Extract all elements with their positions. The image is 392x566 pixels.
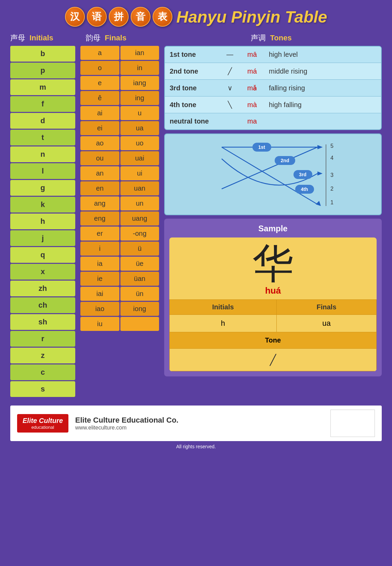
initials-label: 声母 Initials xyxy=(10,33,79,43)
sample-character: 华 xyxy=(169,237,377,285)
rights-text: All rights reserved. xyxy=(10,444,382,449)
final-cell: ing xyxy=(120,91,159,105)
chinese-circle: 拼 xyxy=(109,7,129,27)
final-cell: e xyxy=(80,76,119,90)
final-cell: uo xyxy=(120,136,159,150)
section-labels: 声母 Initials 韵母 Finals 声调 Tones xyxy=(10,33,382,43)
sample-title: Sample xyxy=(169,224,377,233)
final-cell: ün xyxy=(120,287,159,301)
sample-final-value: ua xyxy=(276,315,376,332)
final-cell: u xyxy=(120,106,159,120)
tone-example: má xyxy=(240,63,264,80)
tone-name: 2nd tone xyxy=(165,63,220,80)
company-name: Elite Culture Educational Co. xyxy=(75,416,324,425)
initials-header: Initials xyxy=(170,300,277,315)
initial-cell: n xyxy=(10,146,75,162)
tone-description xyxy=(264,113,381,130)
tone-name: 1st tone xyxy=(165,47,220,63)
svg-text:2: 2 xyxy=(330,186,334,192)
chinese-circle: 音 xyxy=(131,7,151,27)
chinese-circle: 汉 xyxy=(65,7,85,27)
initial-cell: q xyxy=(10,247,75,263)
final-cell: ao xyxy=(80,136,119,150)
final-cell: iong xyxy=(120,302,159,316)
svg-text:3rd: 3rd xyxy=(299,172,306,177)
finals-header: Finals xyxy=(276,300,376,315)
final-cell: eng xyxy=(80,211,119,226)
final-cell: o xyxy=(80,61,119,75)
initial-cell: b xyxy=(10,46,75,62)
initial-cell: p xyxy=(10,63,75,78)
tone-example: ma xyxy=(240,113,264,130)
sample-card: 华 huá Initials Finals h ua Tone xyxy=(169,237,377,371)
finals-section: aoeêaieiaoouanenangengeriiaieiaiiaoiu ia… xyxy=(80,46,159,331)
initial-cell: g xyxy=(10,180,75,196)
footer-logo: Elite Culture educational xyxy=(17,414,68,433)
initial-cell: m xyxy=(10,79,75,95)
tone-name: 4th tone xyxy=(165,97,220,113)
page-title: Hanyu Pinyin Table xyxy=(177,8,327,26)
final-cell: un xyxy=(120,196,159,210)
tone-mark xyxy=(220,113,240,130)
tone-mark: ╱ xyxy=(220,63,240,80)
sample-initial-value: h xyxy=(170,315,277,332)
final-cell: uang xyxy=(120,211,159,226)
chinese-circle: 表 xyxy=(153,7,172,27)
initial-cell: f xyxy=(10,96,75,112)
final-cell: iang xyxy=(120,76,159,90)
tone-mark: — xyxy=(220,47,240,63)
tone-mark: ∨ xyxy=(220,80,240,97)
tone-example: mǎ xyxy=(240,80,264,97)
tone-row: 4th tone╲màhigh falling xyxy=(165,97,381,113)
final-cell: er xyxy=(80,227,119,241)
website: www.eliteculture.com xyxy=(75,425,324,431)
chinese-title: 汉语拼音表 xyxy=(65,7,172,27)
svg-line-10 xyxy=(222,147,317,189)
final-cell: ui xyxy=(120,166,159,180)
sample-tone-mark: ╱ xyxy=(170,349,377,371)
final-cell: en xyxy=(80,181,119,195)
final-cell: -ong xyxy=(120,227,159,241)
tone-example: mā xyxy=(240,47,264,63)
tone-chart-svg: 5 4 3 2 1 1st xyxy=(211,141,335,209)
final-cell: ou xyxy=(80,151,119,165)
sample-pinyin: huá xyxy=(169,285,377,299)
tone-description: falling rising xyxy=(264,80,381,97)
final-cell: ie xyxy=(80,272,119,286)
svg-text:1st: 1st xyxy=(258,144,265,150)
tone-name: 3rd tone xyxy=(165,80,220,97)
final-cell: iu xyxy=(80,317,119,331)
svg-text:2nd: 2nd xyxy=(281,158,289,163)
final-cell-empty xyxy=(120,317,159,331)
sample-section: Sample 华 huá Initials Finals h ua xyxy=(164,219,382,376)
tone-row: 3rd tone∨mǎfalling rising xyxy=(165,80,381,97)
finals-label: 韵母 Finals xyxy=(79,33,161,43)
initial-cell: k xyxy=(10,197,75,213)
svg-marker-11 xyxy=(317,145,323,149)
finals-col-1: aoeêaieiaoouanenangengeriiaieiaiiaoiu xyxy=(80,46,119,331)
final-cell: ei xyxy=(80,121,119,135)
tone-example: mà xyxy=(240,97,264,113)
initial-cell: t xyxy=(10,130,75,145)
tones-label: 声调 Tones xyxy=(161,33,382,43)
final-cell: üe xyxy=(120,257,159,271)
tone-name: neutral tone xyxy=(165,113,220,130)
svg-text:5: 5 xyxy=(330,143,334,149)
initial-cell: c xyxy=(10,364,75,380)
footer-box xyxy=(330,410,375,437)
svg-text:3: 3 xyxy=(330,172,334,178)
svg-text:4th: 4th xyxy=(301,186,308,192)
initial-cell: x xyxy=(10,264,75,280)
footer-text: Elite Culture Educational Co. www.elitec… xyxy=(75,416,324,431)
tone-row: neutral tonema xyxy=(165,113,381,130)
initial-cell: zh xyxy=(10,281,75,296)
tone-description: middle rising xyxy=(264,63,381,80)
svg-marker-14 xyxy=(317,171,323,176)
tone-mark: ╲ xyxy=(220,97,240,113)
tone-row: 1st tone—māhigh level xyxy=(165,47,381,63)
tone-description: high falling xyxy=(264,97,381,113)
chinese-circle: 语 xyxy=(87,7,107,27)
final-cell: üan xyxy=(120,272,159,286)
final-cell: ua xyxy=(120,121,159,135)
tone-chart: 5 4 3 2 1 1st xyxy=(164,133,382,215)
